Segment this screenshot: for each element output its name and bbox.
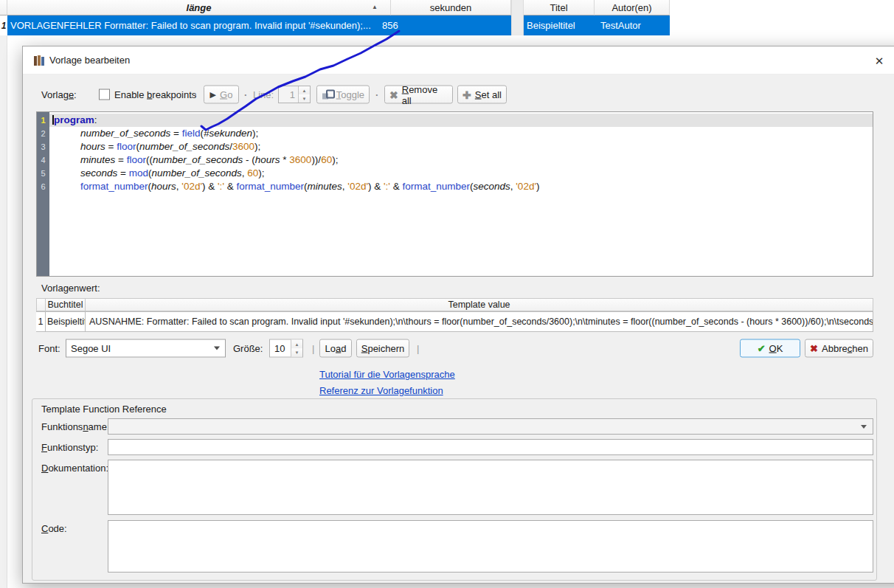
abbrechen-button[interactable]: ✖ Abbrechen <box>805 339 873 358</box>
corner-header-cell <box>0 0 7 15</box>
load-button-label: Load <box>325 343 347 354</box>
template-value-column-header[interactable]: Template value <box>86 298 873 311</box>
code-token: 3600 <box>289 154 311 165</box>
column-header-titel[interactable]: Titel <box>524 0 595 15</box>
code-token: 60 <box>247 167 258 179</box>
template-value-table: Buchtitel Template value 1 Beispieltitel… <box>36 298 873 332</box>
code-token: ) <box>536 181 540 192</box>
template-value-cell[interactable]: AUSNAHME: Formatter: Failed to scan prog… <box>86 311 873 332</box>
load-button[interactable]: Load <box>319 339 352 358</box>
column-header-sekunden-label: sekunden <box>430 2 471 13</box>
buchtitel-column-header[interactable]: Buchtitel <box>46 298 86 311</box>
separator-dot: · <box>244 89 247 100</box>
code-token: number_of_seconds <box>151 167 241 179</box>
left-scrollbar[interactable] <box>0 35 7 588</box>
code-token: field <box>182 128 201 139</box>
code-token: ':' <box>218 181 224 192</box>
funktionstyp-field[interactable] <box>108 439 873 455</box>
set-all-button[interactable]: ✚ Set all <box>457 86 507 104</box>
code-textarea[interactable] <box>108 520 873 573</box>
code-line-text: program: <box>49 114 873 127</box>
font-size-spinner[interactable]: 10 ▲ ▼ <box>269 339 303 358</box>
code-token: seconds <box>80 167 117 179</box>
separator-dot: · <box>375 89 378 100</box>
vorlagenwert-label: Vorlagenwert: <box>41 283 100 294</box>
line-number-value: 1 <box>279 86 298 103</box>
set-all-label: Set all <box>475 89 502 100</box>
dialog-titlebar[interactable]: Vorlage bearbeiten ✕ <box>23 46 894 75</box>
spin-down-icon[interactable]: ▼ <box>299 94 310 103</box>
enable-breakpoints-checkbox[interactable] <box>99 89 110 100</box>
code-token: program <box>54 114 94 125</box>
code-token: ) & <box>202 181 218 192</box>
spin-up-icon[interactable]: ▲ <box>291 340 302 349</box>
code-token: seconds <box>473 181 510 192</box>
spin-up-icon[interactable]: ▲ <box>299 86 310 94</box>
code-line: 2number_of_seconds = field(#sekunden); <box>37 127 873 140</box>
funktionsname-combobox[interactable] <box>108 418 873 435</box>
speichern-button[interactable]: Speichern <box>356 339 409 358</box>
code-line: 5seconds = mod(number_of_seconds, 60); <box>37 167 873 180</box>
spinner-arrows[interactable]: ▲ ▼ <box>291 340 302 357</box>
go-button-label: Go <box>220 89 232 100</box>
code-token: ))/ <box>311 154 321 165</box>
tutorial-link[interactable]: Tutorial für die Vorlagensprache <box>319 369 455 380</box>
column-header-laenge-label: länge <box>187 2 212 13</box>
font-label: Font: <box>38 343 60 354</box>
go-button[interactable]: ▶ Go <box>204 86 239 104</box>
line-number-spinner[interactable]: 1 ▲ ▼ <box>278 86 311 103</box>
value-row-number: 1 <box>36 311 46 332</box>
code-line: 4minutes = floor((number_of_seconds - (h… <box>37 153 873 167</box>
dokumentation-label: Dokumentation: <box>41 463 108 474</box>
code-token: minutes <box>80 154 115 165</box>
remove-all-button[interactable]: ✖ Remove all <box>384 86 453 104</box>
spin-down-icon[interactable]: ▼ <box>291 348 302 357</box>
separator-dot: · <box>194 89 197 100</box>
toggle-button-label: Toggle <box>336 89 364 100</box>
column-header-autoren-label: Autor(en) <box>611 2 651 13</box>
sekunden-cell-value: 856 <box>382 20 398 31</box>
line-number: 2 <box>37 127 49 140</box>
dialog-title: Vorlage bearbeiten <box>49 55 130 66</box>
referenz-link[interactable]: Referenz zur Vorlagefunktion <box>319 385 443 396</box>
row-number-cell: 1 <box>0 15 7 35</box>
font-combobox[interactable]: Segoe UI <box>66 339 226 358</box>
buchtitel-cell[interactable]: Beispieltitel <box>46 311 86 332</box>
code-token: mod <box>129 167 148 179</box>
code-token: hours <box>151 181 176 192</box>
code-line-text: format_number(hours, '02d') & ':' & form… <box>49 180 873 193</box>
code-token: number_of_seconds <box>80 128 170 139</box>
groesse-label: Größe: <box>233 343 263 354</box>
code-line: 1program: <box>37 114 873 127</box>
close-icon[interactable]: ✕ <box>871 53 887 69</box>
book-row-selected[interactable]: VORLAGENFEHLER Formatter: Failed to scan… <box>7 15 511 35</box>
code-token: ); <box>252 128 258 139</box>
spinner-arrows[interactable]: ▲ ▼ <box>298 86 310 103</box>
column-header-laenge[interactable]: länge <box>7 0 391 15</box>
code-token: ); <box>258 167 264 179</box>
column-header-titel-label: Titel <box>550 2 567 13</box>
code-line: 3hours = floor(number_of_seconds/3600); <box>37 140 873 153</box>
enable-breakpoints-label[interactable]: Enable breakpoints <box>114 89 196 100</box>
ok-button[interactable]: ✔ OK <box>740 339 800 358</box>
code-token: = <box>117 167 128 179</box>
code-token: = <box>105 141 117 152</box>
funktionstyp-label: Funktionstyp: <box>41 442 98 453</box>
vorlage-label: Vorlage: <box>41 89 77 100</box>
column-header-sekunden[interactable]: sekunden <box>391 0 511 15</box>
line-label: Line: <box>253 89 274 100</box>
code-token: '02d' <box>181 181 202 192</box>
template-code-editor[interactable]: 1program:2number_of_seconds = field(#sek… <box>36 111 873 277</box>
code-token: floor <box>117 141 136 152</box>
column-header-autoren[interactable]: Autor(en) <box>595 0 670 15</box>
toggle-breakpoint-button[interactable]: Toggle <box>316 86 370 104</box>
book-row-selected-right[interactable]: Beispieltitel TestAutor <box>524 15 670 35</box>
code-token: '02d' <box>516 181 536 192</box>
code-token: format_number <box>402 181 470 192</box>
vertical-scrollbar[interactable] <box>511 0 524 35</box>
line-number: 3 <box>37 140 49 153</box>
code-line-text: minutes = floor((number_of_seconds - (ho… <box>49 153 873 167</box>
code-token: ':' <box>384 181 390 192</box>
dokumentation-textarea[interactable] <box>108 460 873 515</box>
line-number: 5 <box>37 167 49 180</box>
